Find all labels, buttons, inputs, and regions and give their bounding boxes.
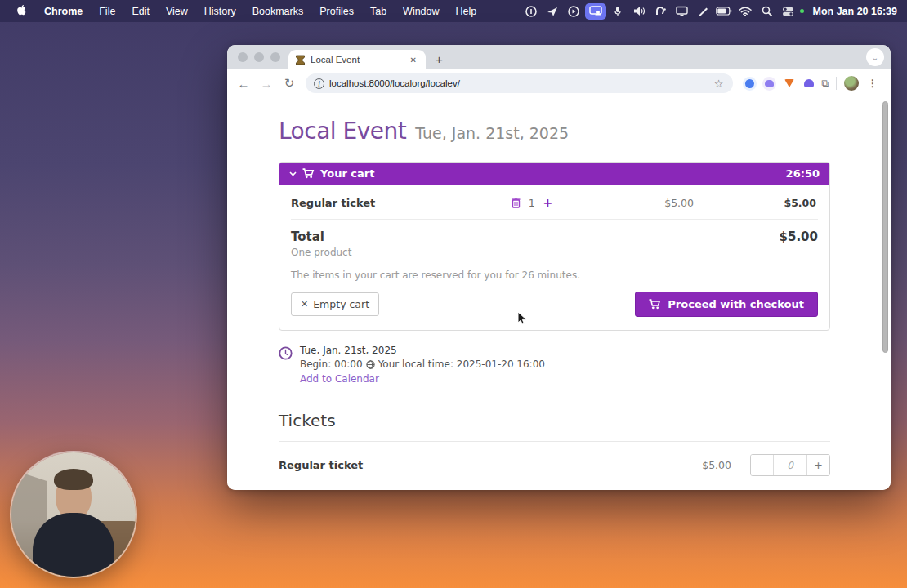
mic-icon[interactable] [608,3,628,20]
event-date-lines: Tue, Jan. 21st, 2025 Begin: 00:00 Your l… [300,345,545,385]
increase-qty-icon[interactable]: + [543,196,553,209]
menubar-item-profiles[interactable]: Profiles [312,6,361,17]
menubar-clock[interactable]: Mon Jan 20 16:39 [812,6,897,17]
cart-item-line-total: $5.00 [694,197,818,209]
wifi-icon[interactable] [735,3,755,20]
close-window-button[interactable] [238,52,248,62]
battery-icon[interactable] [714,3,734,20]
cart-actions: ✕ Empty cart Proceed with checkout [289,281,820,320]
event-info-block: Tue, Jan. 21st, 2025 Begin: 00:00 Your l… [279,345,830,385]
extensions-puzzle-icon[interactable]: ⧉ [821,78,829,89]
bookmark-star-icon[interactable]: ☆ [713,78,726,90]
menubar-item-history[interactable]: History [197,6,244,17]
control-center-icon[interactable] [778,3,798,20]
cart-reserve-note: The items in your cart are reserved for … [289,258,820,281]
empty-cart-button[interactable]: ✕ Empty cart [291,292,379,316]
cart-item-unit-price: $5.00 [569,197,694,209]
send-icon[interactable] [543,3,562,20]
screen-share-indicator-icon[interactable] [585,3,606,20]
new-tab-button[interactable]: + [426,52,453,69]
volume-icon[interactable] [629,3,649,20]
cart-total-label: Total [291,229,324,244]
profile-avatar[interactable] [844,76,859,91]
page-viewport: Local Event Tue, Jan. 21st, 2025 Your ca… [227,97,891,490]
menubar-item-bookmarks[interactable]: Bookmarks [245,6,311,17]
proceed-checkout-button[interactable]: Proceed with checkout [635,292,818,317]
empty-cart-label: Empty cart [313,298,369,310]
webcam-person-shirt [33,513,114,577]
cart-header-label: Your cart [320,167,374,180]
extensions-row: ⧉ ⋮ [739,76,884,91]
cart-collapse-chevron-icon[interactable] [289,172,297,176]
mouse-cursor [517,311,528,329]
toolbar-divider [836,77,837,90]
tickets-heading: Tickets [279,411,830,430]
clock-icon [279,346,293,385]
menubar-item-chrome[interactable]: Chrome [37,6,90,17]
extension-lavender-icon[interactable] [762,77,776,91]
minimize-window-button[interactable] [254,52,264,62]
app-mammoth-icon[interactable] [650,3,670,20]
search-icon[interactable] [757,3,776,20]
ticket-row-regular: Regular ticket $5.00 - + [279,442,830,488]
zoom-window-button[interactable] [270,52,280,62]
globe-icon [366,360,375,369]
cart-total-value: $5.00 [780,229,818,244]
add-to-calendar-link[interactable]: Add to Calendar [300,373,545,385]
qty-increase-button[interactable]: + [807,455,829,475]
tab-local-event[interactable]: Local Event ✕ [288,50,426,69]
macos-menubar: Chrome File Edit View History Bookmarks … [0,0,907,22]
cart-body: Regular ticket 1 + $5.00 $5.00 Total $5.… [279,185,829,330]
event-page: Local Event Tue, Jan. 21st, 2025 Your ca… [279,97,830,490]
site-info-icon[interactable]: i [314,78,324,89]
event-local-time-text: Your local time: 2025-01-20 16:00 [378,359,545,371]
event-time-text: Begin: 00:00 Your local time: 2025-01-20… [300,359,545,371]
cart-header[interactable]: Your cart 26:50 [279,163,829,185]
cart-timer: 26:50 [786,167,820,180]
empty-cart-x-icon: ✕ [301,299,308,310]
proceed-checkout-label: Proceed with checkout [668,298,804,310]
onepassword-icon[interactable] [521,3,541,20]
checkout-cart-icon [649,299,661,310]
display-icon[interactable] [672,3,691,20]
window-controls [227,52,288,69]
page-scrollbar-thumb[interactable] [882,101,888,353]
webcam-bubble [11,452,136,577]
ticket-qty-stepper: - + [750,454,830,476]
metamask-fox-icon[interactable] [782,77,796,91]
menubar-item-file[interactable]: File [92,6,123,17]
forward-icon[interactable]: → [257,77,276,91]
menubar-item-help[interactable]: Help [449,6,485,17]
qty-decrease-button[interactable]: - [751,455,773,475]
cart-panel: Your cart 26:50 Regular ticket 1 + $5.00… [279,162,830,331]
remove-item-trash-icon[interactable] [512,198,521,208]
menubar-item-edit[interactable]: Edit [124,6,157,17]
page-title-date: Tue, Jan. 21st, 2025 [415,124,569,142]
extension-blue-icon[interactable] [743,77,757,91]
pencil-icon[interactable] [693,3,713,20]
site-favicon-icon [295,55,306,65]
address-bar[interactable]: i localhost:8000/localorg/localev/ ☆ [306,74,733,93]
tab-strip: Local Event ✕ + ⌄ [227,45,891,69]
back-icon[interactable]: ← [234,77,253,91]
apple-menu-icon[interactable] [10,5,35,17]
menubar-item-window[interactable]: Window [395,6,446,17]
cart-item-row: Regular ticket 1 + $5.00 $5.00 [289,193,820,219]
webcam-person-hair [54,469,93,490]
tab-close-icon[interactable]: ✕ [408,55,419,65]
url-text[interactable]: localhost:8000/localorg/localev/ [329,78,708,88]
qty-input[interactable] [773,455,807,475]
play-circle-icon[interactable] [564,3,583,20]
tab-title: Local Event [311,55,403,65]
browser-toolbar: ← → ↻ i localhost:8000/localorg/localev/… [227,69,891,97]
cart-icon [302,168,315,179]
reload-icon[interactable]: ↻ [279,76,299,91]
menubar-item-view[interactable]: View [159,6,195,17]
ticket-name: Regular ticket [279,459,660,471]
browser-menu-dots-icon[interactable]: ⋮ [865,78,881,89]
menubar-item-tab[interactable]: Tab [363,6,394,17]
phantom-wallet-icon[interactable] [802,77,815,91]
tab-search-chevron-icon[interactable]: ⌄ [866,48,884,66]
page-title: Local Event [279,118,406,145]
event-begin-text: Begin: 00:00 [300,359,363,371]
